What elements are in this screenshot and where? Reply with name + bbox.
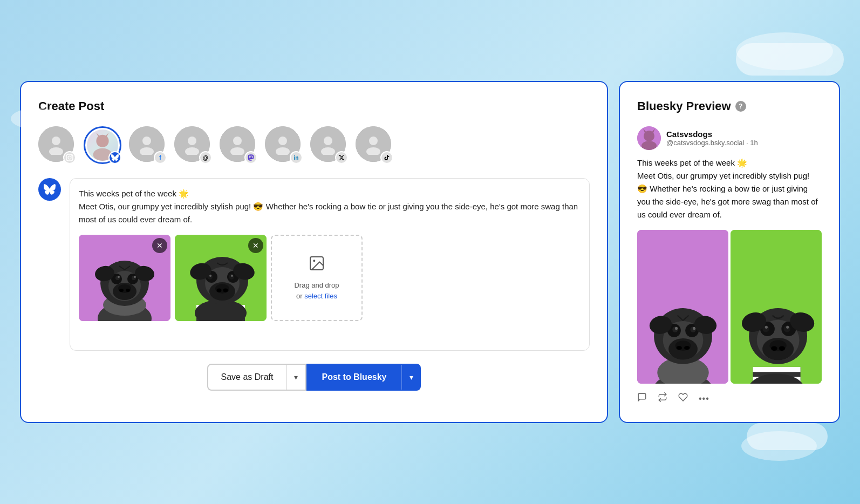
svg-point-1 xyxy=(49,147,63,155)
svg-point-3 xyxy=(68,156,71,159)
post-bluesky-button[interactable]: Post to Bluesky ▾ xyxy=(306,364,421,391)
preview-post-header: Catsvsdogs @catsvsdogs.bsky.social · 1h xyxy=(637,126,822,150)
svg-point-0 xyxy=(52,137,60,145)
svg-point-15 xyxy=(278,137,287,145)
mastodon-badge xyxy=(244,151,257,164)
drop-zone[interactable]: Drag and drop or select files xyxy=(271,235,363,321)
preview-images xyxy=(637,230,822,384)
svg-point-35 xyxy=(134,276,136,278)
person-icon-4 xyxy=(227,133,248,155)
save-draft-button[interactable]: Save as Draft ▾ xyxy=(207,364,307,391)
bluesky-badge xyxy=(108,151,121,164)
svg-point-4 xyxy=(71,155,72,156)
repost-icon[interactable] xyxy=(658,392,667,405)
svg-point-55 xyxy=(209,275,211,277)
preview-avatar-img xyxy=(637,126,661,150)
compose-content-box[interactable]: This weeks pet of the week 🌟 Meet Otis, … xyxy=(70,178,590,351)
preview-title: Bluesky Preview ? xyxy=(637,99,822,113)
preview-post-text: This weeks pet of the week 🌟 Meet Otis, … xyxy=(637,156,822,221)
svg-point-95 xyxy=(779,346,785,351)
svg-point-49 xyxy=(217,289,222,292)
image-slot-1: ✕ xyxy=(79,235,170,321)
preview-pug-purple-bg xyxy=(637,230,728,384)
x-icon xyxy=(338,154,345,161)
image-upload-icon xyxy=(308,255,325,272)
account-mastodon[interactable] xyxy=(220,126,258,165)
preview-user-info: Catsvsdogs @catsvsdogs.bsky.social · 1h xyxy=(666,130,758,147)
preview-panel: Bluesky Preview ? Catsvsdogs @catsvsdogs… xyxy=(619,81,840,423)
preview-user-avatar xyxy=(637,126,661,150)
save-draft-label: Save as Draft xyxy=(208,365,287,390)
preview-time: · 1h xyxy=(746,139,758,147)
image-preview-1: ✕ xyxy=(79,235,170,321)
svg-point-60 xyxy=(313,260,315,262)
create-post-panel: Create Post xyxy=(20,81,608,423)
account-twitter[interactable] xyxy=(310,126,349,165)
svg-point-18 xyxy=(321,147,335,155)
svg-point-94 xyxy=(771,346,777,351)
account-linkedin[interactable]: in xyxy=(265,126,304,165)
compose-avatar xyxy=(38,178,61,201)
bluesky-compose-icon xyxy=(44,183,56,195)
account-threads[interactable]: @ xyxy=(174,126,213,165)
instagram-badge xyxy=(63,151,76,164)
drop-zone-text: Drag and drop or select files xyxy=(294,280,339,301)
svg-rect-87 xyxy=(753,367,800,372)
account-tiktok[interactable] xyxy=(356,126,394,165)
facebook-badge: f xyxy=(154,151,167,164)
post-bluesky-label: Post to Bluesky xyxy=(306,365,402,390)
main-container: Create Post xyxy=(20,81,840,423)
svg-point-5 xyxy=(96,135,108,147)
compose-text: This weeks pet of the week 🌟 Meet Otis, … xyxy=(79,187,581,226)
image-slot-2: ✕ xyxy=(175,235,267,321)
svg-point-9 xyxy=(142,137,151,145)
svg-point-50 xyxy=(223,289,228,292)
reply-icon[interactable] xyxy=(637,392,647,405)
svg-marker-8 xyxy=(105,133,109,137)
remove-image-1[interactable]: ✕ xyxy=(152,238,167,253)
svg-point-17 xyxy=(324,137,332,145)
svg-point-101 xyxy=(786,326,789,329)
person-icon-6 xyxy=(317,133,339,155)
svg-point-13 xyxy=(233,137,242,145)
preview-title-text: Bluesky Preview xyxy=(637,99,731,113)
bluesky-icon xyxy=(111,154,119,161)
svg-point-12 xyxy=(185,147,199,155)
help-icon[interactable]: ? xyxy=(735,101,746,112)
svg-point-10 xyxy=(140,147,154,155)
account-facebook[interactable]: f xyxy=(129,126,168,165)
svg-point-19 xyxy=(369,137,378,145)
instagram-icon xyxy=(66,154,73,161)
preview-handle-time: @catsvsdogs.bsky.social · 1h xyxy=(666,139,758,147)
svg-point-73 xyxy=(677,346,682,350)
svg-point-27 xyxy=(118,284,131,293)
compose-area: This weeks pet of the week 🌟 Meet Otis, … xyxy=(38,178,590,351)
more-icon[interactable]: ••• xyxy=(699,394,709,404)
person-icon-3 xyxy=(181,133,203,155)
svg-point-14 xyxy=(230,147,244,155)
preview-display-name: Catsvsdogs xyxy=(666,130,758,139)
create-post-title: Create Post xyxy=(38,99,590,113)
tiktok-icon xyxy=(384,154,390,161)
svg-point-100 xyxy=(765,326,768,329)
post-bluesky-dropdown-arrow[interactable]: ▾ xyxy=(402,365,421,389)
person-icon-2 xyxy=(136,133,158,155)
like-icon[interactable] xyxy=(678,392,688,405)
preview-pug-svg-1 xyxy=(637,230,728,384)
bottom-actions: Save as Draft ▾ Post to Bluesky ▾ xyxy=(38,364,590,391)
reply-svg xyxy=(637,392,647,402)
mastodon-icon xyxy=(247,154,255,161)
preview-image-1 xyxy=(637,230,728,384)
svg-point-29 xyxy=(126,289,130,292)
preview-actions: ••• xyxy=(637,392,822,405)
account-bluesky[interactable] xyxy=(84,126,122,165)
account-instagram[interactable] xyxy=(38,126,77,165)
remove-image-2[interactable]: ✕ xyxy=(248,238,263,253)
preview-pug-green-bg xyxy=(731,230,822,384)
save-draft-dropdown-arrow[interactable]: ▾ xyxy=(286,365,305,389)
select-files-link[interactable]: select files xyxy=(304,292,337,300)
repost-svg xyxy=(658,392,667,402)
tiktok-badge xyxy=(380,151,393,164)
svg-point-11 xyxy=(188,137,196,145)
svg-marker-7 xyxy=(96,133,100,137)
